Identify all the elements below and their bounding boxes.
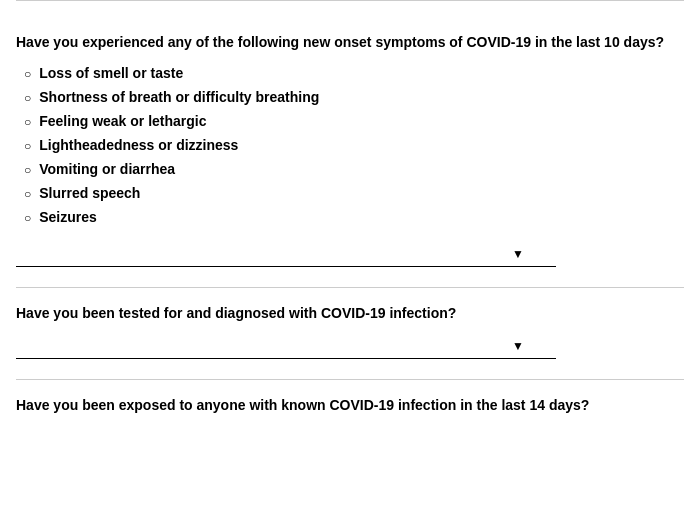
section-covid-tested: Have you been tested for and diagnosed w… (16, 288, 684, 360)
symptom-list: ○ Loss of smell or taste ○ Shortness of … (24, 65, 684, 227)
section-covid-exposed: Have you been exposed to anyone with kno… (16, 380, 684, 416)
bullet-icon: ○ (24, 89, 31, 107)
dropdown-2-line (16, 335, 556, 359)
list-item: ○ Loss of smell or taste (24, 65, 684, 83)
section-symptoms: Have you experienced any of the followin… (16, 17, 684, 267)
list-item: ○ Feeling weak or lethargic (24, 113, 684, 131)
bullet-icon: ○ (24, 65, 31, 83)
page-container: Have you experienced any of the followin… (0, 0, 700, 525)
symptom-text: Feeling weak or lethargic (39, 113, 206, 129)
dropdown-2-wrapper[interactable]: ▼ (16, 335, 684, 359)
top-divider (16, 0, 684, 1)
chevron-down-icon: ▼ (512, 247, 524, 261)
list-item: ○ Lightheadedness or dizziness (24, 137, 684, 155)
dropdown-1-wrapper[interactable]: ▼ (16, 243, 684, 267)
question-2: Have you been tested for and diagnosed w… (16, 304, 684, 324)
bullet-icon: ○ (24, 113, 31, 131)
bullet-icon: ○ (24, 185, 31, 203)
symptom-text: Loss of smell or taste (39, 65, 183, 81)
list-item: ○ Seizures (24, 209, 684, 227)
symptom-text: Vomiting or diarrhea (39, 161, 175, 177)
bullet-icon: ○ (24, 209, 31, 227)
question-1: Have you experienced any of the followin… (16, 33, 684, 53)
question-3: Have you been exposed to anyone with kno… (16, 396, 684, 416)
symptom-text: Shortness of breath or difficulty breath… (39, 89, 319, 105)
symptom-text: Lightheadedness or dizziness (39, 137, 238, 153)
chevron-down-icon: ▼ (512, 339, 524, 353)
symptom-text: Slurred speech (39, 185, 140, 201)
bullet-icon: ○ (24, 137, 31, 155)
dropdown-1-line (16, 243, 556, 267)
list-item: ○ Vomiting or diarrhea (24, 161, 684, 179)
symptom-text: Seizures (39, 209, 97, 225)
bullet-icon: ○ (24, 161, 31, 179)
list-item: ○ Slurred speech (24, 185, 684, 203)
list-item: ○ Shortness of breath or difficulty brea… (24, 89, 684, 107)
